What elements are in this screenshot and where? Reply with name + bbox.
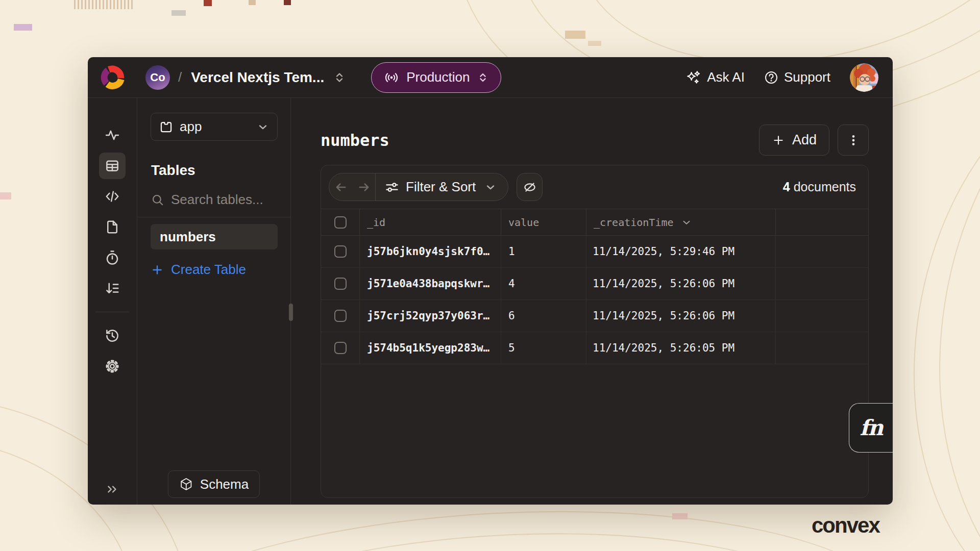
row-checkbox-cell [321,332,360,364]
block-decoration [172,10,186,16]
project-name: Vercel Nextjs Tem... [191,69,324,86]
column-header-value[interactable]: value [501,209,586,235]
row-checkbox-cell [321,236,360,267]
search-icon [151,193,164,207]
sidebar-item-logs[interactable] [99,275,126,302]
cell-value[interactable]: 1 [501,236,586,267]
block-decoration [672,513,688,519]
table-menu-button[interactable] [838,124,869,156]
main-header: numbers Add [321,124,869,156]
cell-creation-time[interactable]: 11/14/2025, 5:29:46 PM [586,236,776,267]
chevron-down-icon [257,121,269,133]
cell-empty [776,236,868,267]
block-decoration [565,31,585,39]
sidebar-item-functions[interactable] [99,183,126,210]
filter-sort-button[interactable]: Filter & Sort [376,173,508,201]
table-row[interactable]: j574b5q1k5yegp283w… 5 11/14/2025, 5:26:0… [321,332,868,364]
column-header-empty [776,209,868,235]
project-selector[interactable]: Vercel Nextjs Tem... [191,69,346,86]
topbar-actions: Ask AI Support [686,63,893,92]
eye-off-icon [523,180,537,194]
table-row[interactable]: j57crj52qyp37y063r… 6 11/14/2025, 5:26:0… [321,300,868,332]
history-forward-button[interactable] [352,173,375,201]
cell-value[interactable]: 6 [501,300,586,332]
documents-count-number: 4 [783,180,790,194]
history-back-button[interactable] [329,173,352,201]
row-checkbox[interactable] [334,278,347,290]
block-decoration [249,0,256,5]
main-content: numbers Add [291,98,893,505]
help-icon [764,70,778,85]
block-decoration [0,192,11,199]
top-bar: Co / Vercel Nextjs Tem... [88,57,893,98]
cell-creation-time[interactable]: 11/14/2025, 5:26:06 PM [586,268,776,299]
tables-panel: app Tables numbers [137,98,291,505]
sidebar-item-history[interactable] [99,322,126,349]
cell-empty [776,268,868,299]
schema-button[interactable]: Schema [168,470,260,498]
hide-fields-button[interactable] [517,173,543,201]
stripe-decoration [74,0,133,9]
table-row[interactable]: j571e0a438bapqskwr… 4 11/14/2025, 5:26:0… [321,268,868,300]
select-all-checkbox[interactable] [334,216,347,229]
cell-id[interactable]: j574b5q1k5yegp283w… [360,332,501,364]
component-selector[interactable]: app [151,113,278,141]
sidebar-item-health[interactable] [99,122,126,148]
tables-heading: Tables [151,162,290,179]
cell-id[interactable]: j571e0a438bapqskwr… [360,268,501,299]
create-table-button[interactable]: Create Table [151,262,246,278]
cell-id[interactable]: j57b6jkn0y4sjsk7f0… [360,236,501,267]
breadcrumb-separator: / [178,69,182,85]
ask-ai-button[interactable]: Ask AI [686,69,745,85]
sidebar-item-schedules[interactable] [99,244,126,271]
cell-value[interactable]: 5 [501,332,586,364]
deployment-selector[interactable]: Production [371,62,501,93]
sidebar-expand-button[interactable] [99,476,126,503]
row-checkbox[interactable] [334,310,347,322]
support-label: Support [784,69,830,85]
row-checkbox[interactable] [334,245,347,258]
row-checkbox-cell [321,268,360,299]
cube-icon [179,477,193,491]
kebab-icon [847,134,860,147]
team-avatar[interactable]: Co [145,65,170,90]
sparkle-icon [686,70,701,85]
cell-empty [776,332,868,364]
header-actions: Add [759,124,869,156]
convex-dashboard-window: Co / Vercel Nextjs Tem... [88,57,893,505]
sidebar-item-settings[interactable] [99,353,126,380]
ask-ai-label: Ask AI [707,69,745,85]
table-list-item-numbers[interactable]: numbers [151,224,278,249]
plus-icon [151,263,164,277]
deployment-label: Production [406,69,470,85]
table-row[interactable]: j57b6jkn0y4sjsk7f0… 1 11/14/2025, 5:29:4… [321,236,868,268]
support-button[interactable]: Support [764,69,830,85]
data-table-card: Filter & Sort [321,165,869,498]
search-tables-input[interactable] [171,192,273,208]
page-title: numbers [321,131,389,150]
chevron-down-icon [484,181,497,193]
search-tables [151,192,277,208]
cell-creation-time[interactable]: 11/14/2025, 5:26:05 PM [586,332,776,364]
column-header-creation-time[interactable]: _creationTime [586,209,776,235]
data-table: _id value _creationTime [321,209,868,364]
cell-value[interactable]: 4 [501,268,586,299]
row-checkbox[interactable] [334,342,347,354]
plus-icon [772,134,785,147]
desktop-background: convex Co / Vercel Nextjs Tem... [0,0,980,551]
sort-chevron-down-icon [681,217,692,228]
add-document-button[interactable]: Add [759,124,829,156]
documents-count-label: documents [794,180,856,194]
sidebar-item-files[interactable] [99,214,126,240]
schema-label: Schema [200,477,249,492]
column-header-id[interactable]: _id [360,209,501,235]
user-avatar[interactable] [850,63,878,92]
table-body: j57b6jkn0y4sjsk7f0… 1 11/14/2025, 5:29:4… [321,236,868,364]
sidebar-item-data[interactable] [99,153,126,179]
cell-creation-time[interactable]: 11/14/2025, 5:26:06 PM [586,300,776,332]
broadcast-icon [384,70,399,85]
documents-count: 4 documents [783,180,856,194]
cell-id[interactable]: j57crj52qyp37y063r… [360,300,501,332]
function-runner-tab[interactable]: fn [849,403,893,453]
sidebar-icon-rail [88,98,137,505]
